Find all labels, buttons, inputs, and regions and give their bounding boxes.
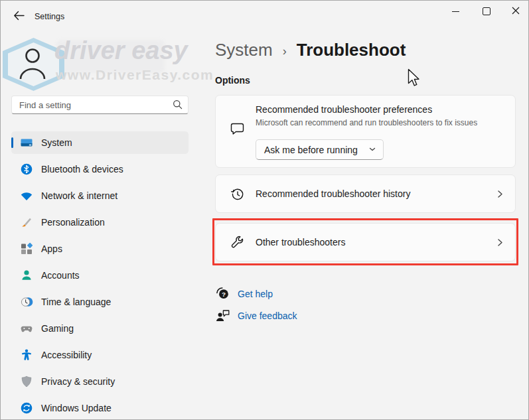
search-box bbox=[11, 96, 189, 114]
sidebar-item-label: System bbox=[41, 137, 72, 148]
breadcrumb-system[interactable]: System bbox=[215, 40, 273, 60]
mouse-cursor bbox=[406, 68, 421, 91]
watermark-brand: driver easy bbox=[54, 36, 188, 65]
network-wifi-icon bbox=[20, 189, 33, 202]
get-help-icon: ? bbox=[215, 286, 231, 302]
accessibility-person-icon bbox=[20, 348, 33, 362]
sidebar-item-label: Bluetooth & devices bbox=[41, 164, 123, 175]
troubleshooter-history-row[interactable]: Recommended troubleshooter history bbox=[215, 175, 516, 213]
history-icon bbox=[230, 186, 246, 205]
other-troubleshooters-row[interactable]: Other troubleshooters bbox=[215, 223, 516, 261]
windows-update-icon bbox=[20, 401, 33, 415]
sidebar-item-apps[interactable]: Apps bbox=[11, 238, 189, 260]
chevron-right-icon bbox=[495, 238, 504, 250]
sidebar-item-windows-update[interactable]: Windows Update bbox=[11, 397, 189, 419]
card-subtitle: Microsoft can recommend and run troubles… bbox=[256, 118, 477, 127]
svg-text:?: ? bbox=[222, 291, 226, 298]
breadcrumb-separator-icon: › bbox=[283, 42, 287, 58]
dropdown-value: Ask me before running bbox=[264, 145, 358, 155]
sidebar-item-accounts[interactable]: Accounts bbox=[11, 264, 189, 287]
apps-grid-icon bbox=[20, 242, 33, 255]
minimize-button[interactable] bbox=[440, 0, 471, 23]
card-title: Recommended troubleshooter history bbox=[256, 188, 410, 199]
window-title: Settings bbox=[35, 12, 64, 21]
avatar-person-icon bbox=[17, 44, 48, 84]
wrench-icon bbox=[230, 235, 246, 253]
chevron-right-icon bbox=[495, 189, 504, 202]
sidebar-item-label: Time & language bbox=[41, 297, 111, 307]
search-input[interactable] bbox=[11, 96, 189, 114]
maximize-button[interactable] bbox=[471, 0, 502, 23]
page-title: Troubleshoot bbox=[297, 40, 406, 60]
sidebar-item-label: Apps bbox=[41, 244, 62, 254]
back-arrow-icon bbox=[13, 11, 25, 23]
selection-indicator bbox=[11, 137, 13, 148]
system-icon bbox=[20, 136, 33, 149]
card-title: Recommended troubleshooter preferences bbox=[256, 104, 432, 115]
sidebar-item-label: Accounts bbox=[41, 270, 80, 281]
sidebar-item-personalization[interactable]: Personalization bbox=[11, 211, 189, 234]
sidebar-item-label: Windows Update bbox=[41, 403, 112, 413]
close-icon bbox=[512, 5, 520, 17]
sidebar-item-label: Accessibility bbox=[41, 350, 92, 360]
chevron-down-icon bbox=[368, 145, 376, 155]
sidebar-item-privacy-security[interactable]: Privacy & security bbox=[11, 370, 189, 393]
person-icon bbox=[20, 269, 33, 282]
sidebar-item-label: Network & internet bbox=[41, 190, 117, 201]
give-feedback-label: Give feedback bbox=[238, 311, 297, 321]
sidebar-item-label: Privacy & security bbox=[41, 376, 115, 387]
feedback-icon bbox=[215, 308, 231, 324]
give-feedback-link[interactable]: Give feedback bbox=[215, 308, 297, 324]
shield-icon bbox=[20, 375, 33, 388]
sidebar-item-accessibility[interactable]: Accessibility bbox=[11, 344, 189, 366]
sidebar-item-label: Personalization bbox=[41, 217, 105, 228]
sidebar-item-bluetooth-devices[interactable]: Bluetooth & devices bbox=[11, 158, 189, 180]
options-section-label: Options bbox=[215, 75, 250, 86]
bluetooth-icon bbox=[20, 163, 33, 176]
run-preference-dropdown[interactable]: Ask me before running bbox=[256, 139, 384, 160]
back-button[interactable] bbox=[9, 7, 29, 26]
get-help-link[interactable]: ? Get help bbox=[215, 286, 273, 302]
watermark-site: www.DriverEasy.com bbox=[56, 67, 214, 83]
sidebar-item-network-internet[interactable]: Network & internet bbox=[11, 184, 189, 207]
sidebar-item-label: Gaming bbox=[41, 323, 74, 334]
minimize-icon bbox=[452, 11, 459, 12]
breadcrumb: System › Troubleshoot bbox=[215, 40, 406, 60]
sidebar-item-time-language[interactable]: Time & language bbox=[11, 291, 189, 313]
card-title: Other troubleshooters bbox=[256, 237, 345, 247]
close-button[interactable] bbox=[502, 0, 529, 23]
get-help-label: Get help bbox=[238, 289, 273, 299]
maximize-icon bbox=[483, 7, 491, 15]
clock-language-icon bbox=[20, 295, 33, 309]
sidebar-item-system[interactable]: System bbox=[11, 131, 189, 154]
sidebar-item-gaming[interactable]: Gaming bbox=[11, 317, 189, 340]
paintbrush-icon bbox=[20, 216, 33, 229]
chat-bubble-icon bbox=[230, 121, 246, 139]
settings-window: Settings driver easy www.DriverEasy.com … bbox=[0, 0, 529, 420]
gamepad-icon bbox=[20, 322, 33, 335]
troubleshooter-preferences-card: Recommended troubleshooter preferences M… bbox=[215, 95, 516, 168]
